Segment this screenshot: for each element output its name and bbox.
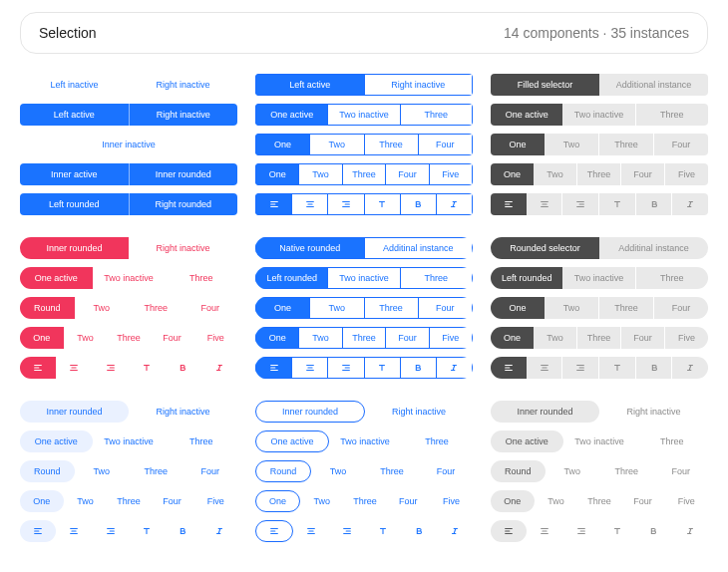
seg-right-inactive[interactable]: Right inactive (129, 104, 238, 126)
align-left-icon[interactable] (491, 520, 527, 542)
seg-round[interactable]: Round (20, 297, 75, 319)
seg-three[interactable]: Three (635, 430, 708, 452)
seg-two[interactable]: Two (75, 460, 130, 482)
seg-four[interactable]: Four (419, 297, 473, 319)
seg-four[interactable]: Four (654, 460, 709, 482)
seg-one-active[interactable]: One active (491, 430, 563, 452)
seg-two-inactive[interactable]: Two inactive (328, 267, 400, 289)
seg-one[interactable]: One (491, 327, 534, 349)
align-left-icon[interactable] (255, 357, 292, 379)
align-left-icon[interactable] (255, 520, 293, 542)
seg-five[interactable]: Five (430, 163, 473, 185)
italic-icon[interactable] (672, 520, 708, 542)
seg-filled-selector[interactable]: Filled selector (491, 74, 599, 96)
align-left-icon[interactable] (20, 520, 56, 542)
seg-round[interactable]: Round (255, 460, 311, 482)
align-center-icon[interactable] (527, 357, 562, 379)
type-icon[interactable] (599, 520, 635, 542)
seg-two[interactable]: Two (534, 163, 576, 185)
align-right-icon[interactable] (329, 520, 365, 542)
seg-three[interactable]: Three (576, 163, 620, 185)
seg-three[interactable]: Three (365, 460, 419, 482)
seg-additinal-instance[interactable]: Additinal instance (599, 237, 708, 259)
seg-four[interactable]: Four (151, 327, 194, 349)
type-icon[interactable] (365, 520, 401, 542)
seg-two-inactive[interactable]: Two inactive (93, 430, 166, 452)
seg-four[interactable]: Four (387, 490, 430, 512)
seg-four[interactable]: Four (653, 134, 708, 155)
seg-two[interactable]: Two (546, 460, 600, 482)
seg-three[interactable]: Three (129, 297, 183, 319)
seg-left-rounded[interactable]: Left rounded (20, 193, 129, 215)
seg-three[interactable]: Three (107, 490, 151, 512)
seg-left-rounded[interactable]: Left rounded (255, 267, 328, 289)
seg-three[interactable]: Three (343, 163, 386, 185)
seg-right-inactive[interactable]: Right inactive (365, 74, 474, 96)
seg-three[interactable]: Three (401, 430, 473, 452)
align-left-icon[interactable] (491, 357, 527, 379)
type-icon[interactable] (365, 193, 401, 215)
seg-left-inactive[interactable]: Left inactive (20, 74, 129, 96)
seg-two[interactable]: Two (299, 163, 342, 185)
align-center-icon[interactable] (527, 520, 562, 542)
align-center-icon[interactable] (293, 520, 329, 542)
seg-native-rounded[interactable]: Native rounded (255, 237, 365, 259)
seg-four[interactable]: Four (183, 297, 238, 319)
seg-three[interactable]: Three (598, 134, 653, 155)
seg-two-inactive[interactable]: Two inactive (93, 267, 166, 289)
align-left-icon[interactable] (255, 193, 292, 215)
seg-inner-rounded[interactable]: Inner rounded (20, 401, 129, 423)
seg-two[interactable]: Two (310, 134, 364, 155)
seg-additinal-instance[interactable]: Additinal instance (365, 237, 474, 259)
seg-inner-rounded[interactable]: Inner rounded (20, 237, 129, 259)
bold-icon[interactable] (165, 520, 200, 542)
seg-two[interactable]: Two (75, 297, 130, 319)
bold-icon[interactable] (401, 193, 437, 215)
bold-icon[interactable] (165, 357, 200, 379)
seg-two[interactable]: Two (311, 460, 365, 482)
seg-right-rounded[interactable]: Right rounded (129, 193, 238, 215)
seg-three[interactable]: Three (365, 297, 419, 319)
seg-five[interactable]: Five (664, 163, 708, 185)
italic-icon[interactable] (437, 193, 473, 215)
seg-five[interactable]: Five (664, 327, 708, 349)
seg-one[interactable]: One (255, 297, 310, 319)
seg-three[interactable]: Three (129, 460, 183, 482)
seg-three[interactable]: Three (401, 104, 473, 126)
italic-icon[interactable] (671, 193, 708, 215)
seg-three[interactable]: Three (599, 460, 654, 482)
seg-five[interactable]: Five (193, 327, 237, 349)
bold-icon[interactable] (635, 520, 671, 542)
seg-left-active[interactable]: Left active (255, 74, 365, 96)
seg-one[interactable]: One (255, 490, 300, 512)
seg-one[interactable]: One (491, 134, 545, 155)
align-right-icon[interactable] (93, 520, 129, 542)
seg-four[interactable]: Four (419, 460, 473, 482)
seg-inner-active[interactable]: Inner active (20, 163, 129, 185)
seg-two-inactive[interactable]: Two inactive (328, 104, 400, 126)
seg-one-active[interactable]: One active (255, 430, 329, 452)
seg-two[interactable]: Two (300, 490, 343, 512)
seg-one[interactable]: One (255, 134, 310, 155)
align-center-icon[interactable] (527, 193, 562, 215)
seg-four[interactable]: Four (386, 163, 429, 185)
seg-three[interactable]: Three (577, 490, 621, 512)
seg-four[interactable]: Four (151, 490, 194, 512)
seg-one[interactable]: One (20, 490, 64, 512)
seg-inner-rounded[interactable]: Inner rounded (255, 401, 365, 423)
seg-four[interactable]: Four (653, 297, 708, 319)
seg-five[interactable]: Five (430, 327, 473, 349)
type-icon[interactable] (598, 193, 635, 215)
bold-icon[interactable] (635, 357, 672, 379)
type-icon[interactable] (365, 357, 401, 379)
seg-three[interactable]: Three (598, 297, 653, 319)
seg-one[interactable]: One (491, 163, 534, 185)
align-right-icon[interactable] (561, 357, 598, 379)
seg-four[interactable]: Four (620, 327, 664, 349)
seg-right-inactive[interactable]: Right inactive (365, 401, 473, 423)
seg-two-inactive[interactable]: Two inactive (562, 267, 634, 289)
seg-two[interactable]: Two (545, 134, 598, 155)
seg-one-active[interactable]: One active (491, 104, 562, 126)
align-right-icon[interactable] (563, 520, 599, 542)
seg-inner-inactive[interactable]: Inner inactive (20, 134, 237, 155)
